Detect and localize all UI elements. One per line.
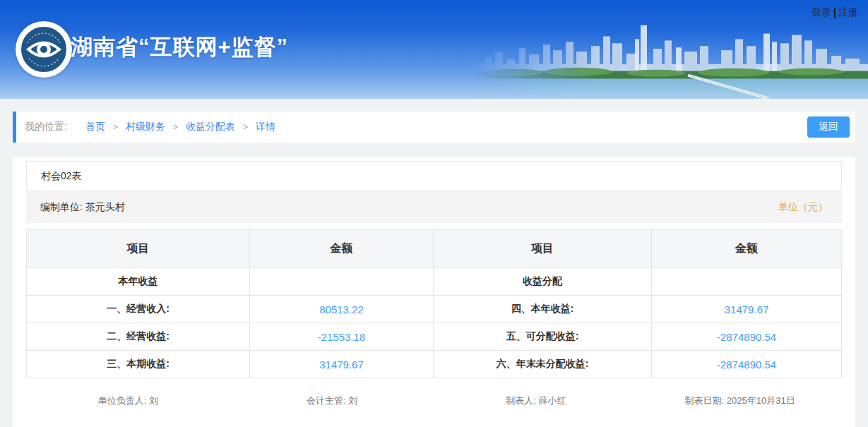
row-value [250, 268, 434, 296]
row-label: 三、本期收益: [27, 351, 250, 378]
site-title: 湖南省“互联网+监督” [71, 32, 288, 62]
unit-bar: 编制单位: 茶元头村 单位（元） [26, 191, 842, 223]
breadcrumb-separator: > [243, 122, 248, 132]
auth-links: 登录 | 注册 [811, 6, 858, 19]
breadcrumb-village-finance[interactable]: 村级财务 [126, 121, 165, 133]
breadcrumb-separator: > [173, 122, 178, 132]
row-label: 本年收益 [27, 268, 250, 296]
prepared-by-value: 茶元头村 [85, 201, 125, 212]
income-distribution-table: 项目 金额 项目 金额 本年收益 收益分配 一、经营收入: 80513.22 四… [26, 229, 842, 378]
breadcrumb-bar: 我的位置: 首页 > 村级财务 > 收益分配表 > 详情 返回 [13, 112, 855, 143]
breadcrumb-detail[interactable]: 详情 [256, 121, 275, 133]
row-label: 二、经营收益: [27, 323, 250, 351]
breadcrumb-home[interactable]: 首页 [85, 121, 105, 133]
row-label: 一、经营收入: [27, 296, 250, 323]
back-button[interactable]: 返回 [807, 116, 850, 138]
table-row: 三、本期收益: 31479.67 六、年末未分配收益: -2874890.54 [27, 351, 842, 378]
row-value: -2874890.54 [652, 351, 842, 378]
eye-logo-icon [19, 25, 69, 74]
row-value [652, 268, 842, 296]
row-label: 四、本年收益: [433, 296, 651, 323]
table-row: 一、经营收入: 80513.22 四、本年收益: 31479.67 [27, 296, 842, 323]
column-header-item: 项目 [433, 230, 651, 268]
login-link[interactable]: 登录 [811, 6, 831, 19]
row-label: 六、年末未分配收益: [433, 351, 651, 378]
table-date: 制表日期: 2025年10月31日 [638, 395, 842, 407]
table-header-row: 项目 金额 项目 金额 [27, 230, 842, 268]
table-row: 本年收益 收益分配 [27, 268, 842, 296]
register-link[interactable]: 注册 [838, 6, 858, 19]
row-value: 31479.67 [250, 351, 434, 378]
row-label: 五、可分配收益: [433, 323, 651, 351]
unit-label: 单位（元） [778, 201, 828, 214]
unit-responsible-person: 单位负责人: 刘 [26, 395, 230, 407]
breadcrumb: 首页 > 村级财务 > 收益分配表 > 详情 [85, 121, 275, 133]
breadcrumb-income-distribution[interactable]: 收益分配表 [186, 121, 235, 133]
site-header: 湖南省“互联网+监督” 登录 | 注册 [0, 0, 868, 99]
column-header-item: 项目 [27, 230, 250, 268]
row-value: 31479.67 [652, 296, 842, 323]
auth-divider: | [833, 7, 836, 18]
row-label: 收益分配 [433, 268, 651, 296]
column-header-amount: 金额 [250, 230, 434, 268]
row-value: 80513.22 [250, 296, 434, 323]
row-value: -2874890.54 [652, 323, 842, 351]
signature-row: 单位负责人: 刘 会计主管: 刘 制表人: 薛小红 制表日期: 2025年10月… [26, 378, 842, 423]
breadcrumb-accent [13, 112, 16, 143]
table-row: 二、经营收益: -21553.18 五、可分配收益: -2874890.54 [27, 323, 842, 351]
city-skyline-image [472, 16, 868, 99]
row-value: -21553.18 [250, 323, 434, 351]
table-code: 村会02表 [26, 161, 842, 191]
report-card: 村会02表 编制单位: 茶元头村 单位（元） 项目 金额 项目 金额 本年收益 … [13, 157, 855, 427]
table-maker: 制表人: 薛小红 [434, 395, 638, 407]
breadcrumb-label: 我的位置: [25, 121, 67, 133]
accounting-supervisor: 会计主管: 刘 [230, 395, 434, 407]
site-logo[interactable] [16, 21, 72, 78]
prepared-by: 编制单位: 茶元头村 [40, 201, 125, 214]
breadcrumb-separator: > [113, 122, 118, 132]
column-header-amount: 金额 [652, 230, 842, 268]
prepared-by-label: 编制单位: [40, 201, 83, 212]
